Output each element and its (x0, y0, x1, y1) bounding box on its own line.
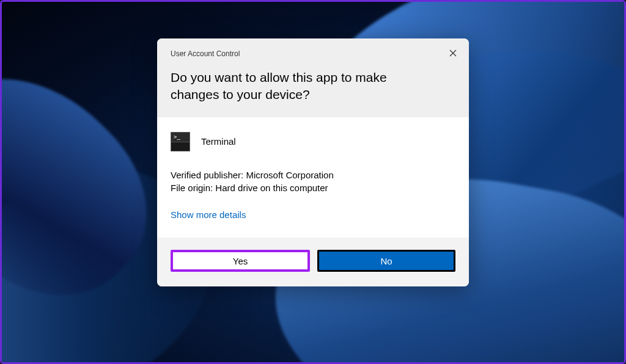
close-icon (449, 48, 457, 59)
dialog-footer: Yes No (157, 238, 469, 286)
app-row: >_ Terminal (171, 132, 455, 151)
show-more-details-link[interactable]: Show more details (171, 209, 246, 220)
app-info: Verified publisher: Microsoft Corporatio… (171, 169, 455, 195)
dialog-title-large: Do you want to allow this app to make ch… (171, 69, 455, 104)
yes-button[interactable]: Yes (171, 250, 310, 272)
uac-dialog: User Account Control Do you want to allo… (157, 38, 469, 286)
dialog-title-small: User Account Control (171, 49, 455, 58)
close-button[interactable] (446, 46, 460, 60)
origin-line: File origin: Hard drive on this computer (171, 181, 455, 195)
dialog-header: User Account Control Do you want to allo… (157, 38, 469, 117)
publisher-line: Verified publisher: Microsoft Corporatio… (171, 169, 455, 182)
dialog-body: >_ Terminal Verified publisher: Microsof… (157, 117, 469, 238)
no-button[interactable]: No (317, 250, 455, 272)
app-name: Terminal (201, 136, 236, 147)
terminal-icon: >_ (171, 132, 190, 151)
